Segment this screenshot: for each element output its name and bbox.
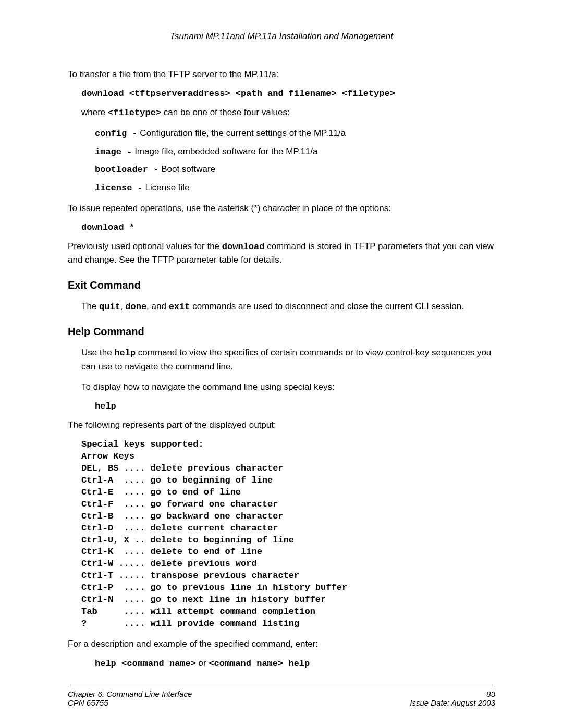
- text: command to view the specifics of certain…: [81, 348, 491, 372]
- text-or: or: [196, 658, 209, 668]
- filetype-code: license -: [95, 183, 143, 193]
- cmd-download-star: download *: [81, 223, 495, 232]
- text: commands are used to disconnect and clos…: [190, 301, 463, 311]
- heading-help-command: Help Command: [68, 326, 495, 338]
- text: ,: [120, 301, 125, 311]
- footer-page-number: 83: [486, 689, 495, 698]
- inline-code: <command name> help: [209, 659, 310, 669]
- text: Use the: [81, 348, 114, 357]
- paragraph-filetype-intro: where <filetype> can be one of these fou…: [81, 106, 495, 120]
- filetype-desc: Boot software: [158, 164, 215, 174]
- text: Previously used optional values for the: [68, 241, 222, 251]
- text: where: [81, 107, 108, 117]
- text: can be one of these four values:: [161, 107, 290, 117]
- inline-code-filetype: <filetype>: [108, 108, 161, 118]
- inline-code-help: help: [114, 348, 136, 358]
- inline-code: help <command name>: [95, 659, 196, 669]
- paragraph-asterisk: To issue repeated operations, use the as…: [68, 202, 495, 215]
- paragraph-desc-example: For a description and example of the spe…: [68, 637, 495, 651]
- page-footer: Chapter 6. Command Line Interface 83 CPN…: [68, 686, 495, 707]
- inline-code-quit: quit: [99, 302, 120, 312]
- paragraph-help-navigate: To display how to navigate the command l…: [81, 380, 495, 394]
- filetype-config: config - Configuration file, the current…: [95, 127, 495, 141]
- paragraph-transfer: To transfer a file from the TFTP server …: [68, 68, 495, 81]
- filetype-image: image - Image file, embedded software fo…: [95, 145, 495, 159]
- cmd-help: help: [95, 401, 495, 411]
- cmd-help-commandname: help <command name> or <command name> he…: [95, 658, 495, 669]
- footer-cpn: CPN 65755: [68, 698, 108, 707]
- special-keys-output: Special keys supported: Arrow Keys DEL, …: [81, 439, 495, 630]
- paragraph-prevvalues: Previously used optional values for the …: [68, 240, 495, 267]
- filetype-desc: License file: [143, 182, 190, 192]
- filetype-desc: Configuration file, the current settings…: [138, 128, 346, 138]
- cmd-download-syntax: download <tftpserveraddress> <path and f…: [81, 89, 495, 98]
- paragraph-output-intro: The following represents part of the dis…: [68, 418, 495, 432]
- inline-code-download: download: [222, 242, 265, 252]
- footer-chapter: Chapter 6. Command Line Interface: [68, 689, 192, 698]
- paragraph-help-intro: Use the help command to view the specifi…: [81, 346, 495, 373]
- doc-header: Tsunami MP.11and MP.11a Installation and…: [68, 31, 495, 42]
- footer-issue-date: Issue Date: August 2003: [410, 698, 495, 707]
- filetype-desc: Image file, embedded software for the MP…: [132, 146, 317, 156]
- filetype-license: license - License file: [95, 181, 495, 195]
- text: The: [81, 301, 99, 311]
- filetype-code: config -: [95, 129, 138, 139]
- inline-code-done: done: [125, 302, 146, 312]
- heading-exit-command: Exit Command: [68, 279, 495, 291]
- paragraph-exit: The quit, done, and exit commands are us…: [81, 300, 495, 314]
- text: , and: [146, 301, 169, 311]
- filetype-code: image -: [95, 147, 132, 157]
- filetype-bootloader: bootloader - Boot software: [95, 163, 495, 177]
- filetype-list: config - Configuration file, the current…: [95, 127, 495, 194]
- inline-code-exit: exit: [169, 302, 190, 312]
- filetype-code: bootloader -: [95, 165, 158, 175]
